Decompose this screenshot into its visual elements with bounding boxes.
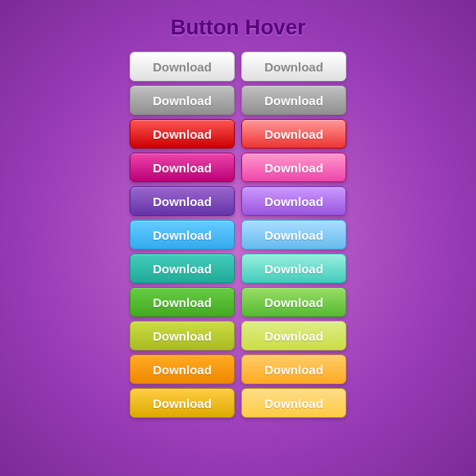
button-grid: DownloadDownloadDownloadDownloadDownload… xyxy=(130,52,346,418)
download-button-left-3[interactable]: Download xyxy=(130,153,235,182)
button-row-6: DownloadDownload xyxy=(130,254,346,283)
download-button-left-6[interactable]: Download xyxy=(130,254,235,283)
download-button-left-7[interactable]: Download xyxy=(130,287,235,317)
button-row-5: DownloadDownload xyxy=(130,220,346,249)
button-row-4: DownloadDownload xyxy=(130,186,346,216)
download-button-left-4[interactable]: Download xyxy=(130,186,235,216)
download-button-left-10[interactable]: Download xyxy=(130,388,235,418)
download-button-right-3[interactable]: Download xyxy=(241,153,346,182)
download-button-left-8[interactable]: Download xyxy=(130,321,235,350)
download-button-right-1[interactable]: Download xyxy=(241,85,346,115)
button-row-9: DownloadDownload xyxy=(130,355,346,384)
button-row-8: DownloadDownload xyxy=(130,321,346,350)
download-button-right-9[interactable]: Download xyxy=(241,355,346,384)
download-button-left-0[interactable]: Download xyxy=(130,52,235,81)
download-button-right-7[interactable]: Download xyxy=(241,287,346,317)
download-button-right-10[interactable]: Download xyxy=(241,388,346,418)
download-button-right-4[interactable]: Download xyxy=(241,186,346,216)
download-button-right-2[interactable]: Download xyxy=(241,119,346,149)
download-button-left-2[interactable]: Download xyxy=(130,119,235,149)
download-button-left-9[interactable]: Download xyxy=(130,355,235,384)
button-row-1: DownloadDownload xyxy=(130,85,346,115)
button-row-7: DownloadDownload xyxy=(130,287,346,317)
download-button-right-8[interactable]: Download xyxy=(241,321,346,350)
button-row-3: DownloadDownload xyxy=(130,153,346,182)
button-row-10: DownloadDownload xyxy=(130,388,346,418)
download-button-left-1[interactable]: Download xyxy=(130,85,235,115)
download-button-right-6[interactable]: Download xyxy=(241,254,346,283)
download-button-right-0[interactable]: Download xyxy=(241,52,346,81)
button-row-2: DownloadDownload xyxy=(130,119,346,149)
download-button-right-5[interactable]: Download xyxy=(241,220,346,249)
download-button-left-5[interactable]: Download xyxy=(130,220,235,249)
page-title: Button Hover xyxy=(171,15,306,40)
button-row-0: DownloadDownload xyxy=(130,52,346,81)
